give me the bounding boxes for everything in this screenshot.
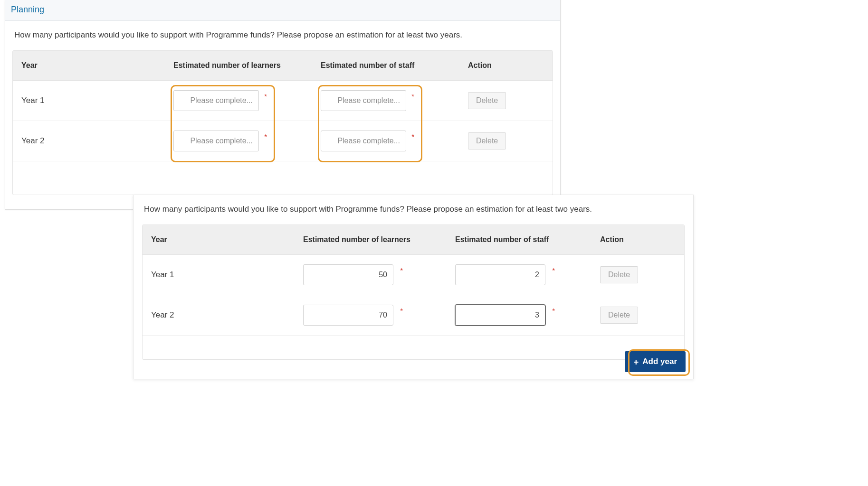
plus-icon: + <box>633 357 639 366</box>
learners-input[interactable] <box>303 264 393 285</box>
col-learners: Estimated number of learners <box>173 61 321 70</box>
staff-input-wrap: * <box>455 264 549 285</box>
planning-table: Year Estimated number of learners Estima… <box>142 224 685 360</box>
delete-button[interactable]: Delete <box>468 92 506 109</box>
staff-input[interactable] <box>321 131 406 151</box>
required-icon: * <box>400 307 403 315</box>
delete-button[interactable]: Delete <box>600 266 638 283</box>
year-label: Year 1 <box>151 270 303 280</box>
learners-input[interactable] <box>303 305 393 326</box>
table-spacer <box>13 161 553 195</box>
table-row: Year 1 * * Delete <box>143 255 684 295</box>
required-icon: * <box>552 266 555 274</box>
learners-input[interactable] <box>173 131 259 151</box>
question-text: How many participants would you like to … <box>12 30 553 40</box>
col-year: Year <box>21 61 173 70</box>
staff-input[interactable] <box>455 264 545 285</box>
planning-table: Year Estimated number of learners Estima… <box>12 50 553 195</box>
learners-input-wrap: * <box>173 90 261 111</box>
learners-input-wrap: * <box>303 305 397 326</box>
col-action: Action <box>468 61 553 70</box>
panel-filled-state: How many participants would you like to … <box>133 195 694 379</box>
delete-button[interactable]: Delete <box>600 307 638 324</box>
year-label: Year 1 <box>21 96 173 105</box>
col-staff: Estimated number of staff <box>321 61 468 70</box>
table-spacer <box>143 336 684 359</box>
table-header: Year Estimated number of learners Estima… <box>13 51 553 81</box>
staff-input-wrap: * <box>455 305 549 326</box>
panel-empty-state: Planning How many participants would you… <box>5 0 561 210</box>
table-row: Year 1 * * Delete <box>13 81 553 121</box>
required-icon: * <box>400 266 403 274</box>
staff-input-wrap: * <box>321 131 409 151</box>
add-year-button[interactable]: + Add year <box>625 351 686 372</box>
staff-input[interactable] <box>321 90 406 111</box>
add-year-label: Add year <box>642 357 677 366</box>
staff-input[interactable] <box>455 305 545 326</box>
learners-input[interactable] <box>173 90 259 111</box>
learners-input-wrap: * <box>173 131 261 151</box>
table-row: Year 2 * * Delete <box>13 121 553 161</box>
table-header: Year Estimated number of learners Estima… <box>143 225 684 255</box>
col-action: Action <box>600 235 681 244</box>
required-icon: * <box>264 132 267 140</box>
panel-body: How many participants would you like to … <box>5 21 560 209</box>
col-staff: Estimated number of staff <box>455 235 600 244</box>
staff-input-wrap: * <box>321 90 409 111</box>
required-icon: * <box>552 307 555 315</box>
required-icon: * <box>264 92 267 100</box>
learners-input-wrap: * <box>303 264 397 285</box>
required-icon: * <box>411 132 414 140</box>
delete-button[interactable]: Delete <box>468 132 506 150</box>
question-text: How many participants would you like to … <box>142 205 685 214</box>
table-row: Year 2 * * Delete <box>143 295 684 336</box>
page-title: Planning <box>11 5 554 15</box>
col-year: Year <box>151 235 303 244</box>
col-learners: Estimated number of learners <box>303 235 455 244</box>
year-label: Year 2 <box>151 310 303 320</box>
panel-header: Planning <box>5 0 560 21</box>
year-label: Year 2 <box>21 136 173 146</box>
required-icon: * <box>411 92 414 100</box>
